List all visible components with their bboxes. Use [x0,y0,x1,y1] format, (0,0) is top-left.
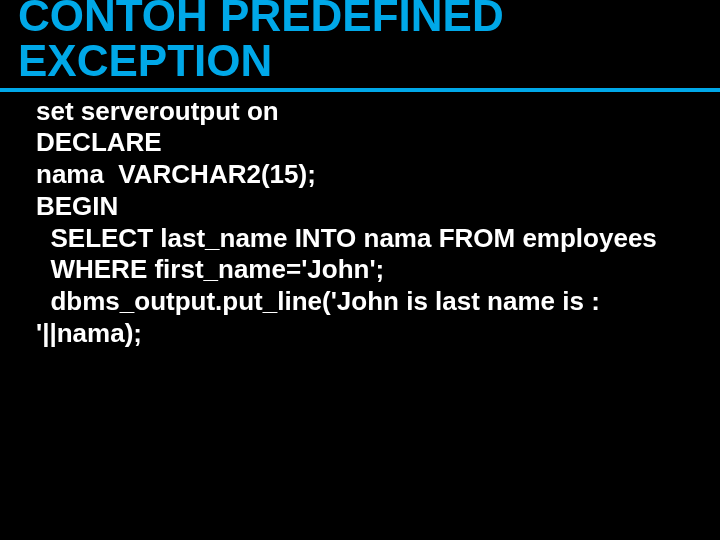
code-block: set serveroutput on DECLARE nama VARCHAR… [0,92,720,350]
code-line: dbms_output.put_line('John is last name … [36,286,607,348]
code-line: BEGIN [36,191,118,221]
code-line: WHERE first_name='John'; [36,254,384,284]
code-line: nama VARCHAR2(15); [36,159,316,189]
slide-title: CONTOH PREDEFINED EXCEPTION [0,0,720,92]
code-line: DECLARE [36,127,162,157]
slide: CONTOH PREDEFINED EXCEPTION set serverou… [0,0,720,540]
code-line: set serveroutput on [36,96,279,126]
title-wrap: CONTOH PREDEFINED EXCEPTION [0,0,720,92]
code-line: SELECT last_name INTO nama FROM employee… [36,223,657,253]
